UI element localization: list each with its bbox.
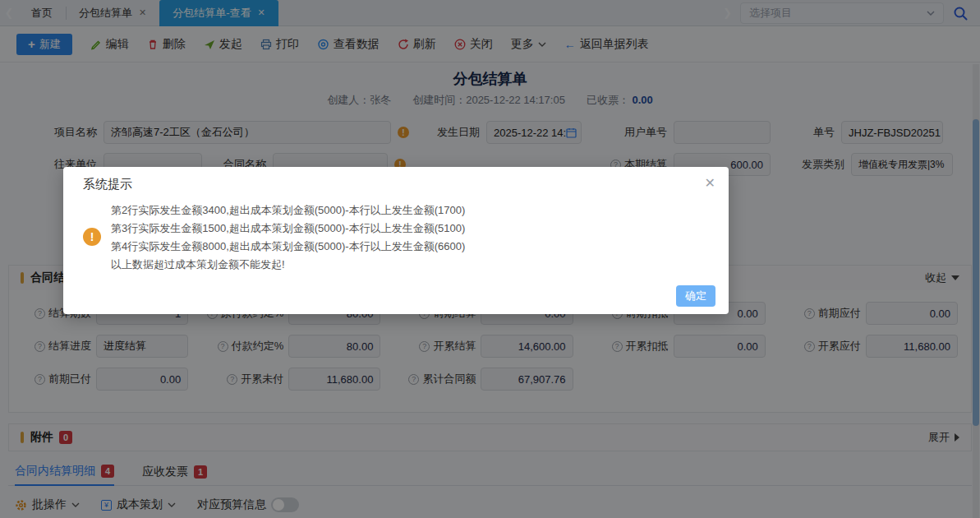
modal-line: 以上数据超过成本策划金额不能发起! [111,256,709,274]
modal-line: 第2行实际发生金额3400,超出成本策划金额(5000)-本行以上发生金额(17… [111,201,709,220]
modal-close-icon[interactable]: ✕ [705,175,715,191]
warning-icon: ! [83,228,101,246]
modal-line: 第3行实际发生金额1500,超出成本策划金额(5000)-本行以上发生金额(51… [111,220,709,238]
modal-line: 第4行实际发生金额8000,超出成本策划金额(5000)-本行以上发生金额(66… [111,238,709,256]
modal-ok-button[interactable]: 确定 [676,285,715,307]
app-window: ❮ 首页 分包结算单 ✕ 分包结算单-查看 ✕ ❯ 选择项目 [0,0,980,518]
modal-message: 第2行实际发生金额3400,超出成本策划金额(5000)-本行以上发生金额(17… [111,201,709,274]
system-prompt-modal: 系统提示 ✕ ! 第2行实际发生金额3400,超出成本策划金额(5000)-本行… [63,167,729,314]
modal-title: 系统提示 [83,177,132,192]
